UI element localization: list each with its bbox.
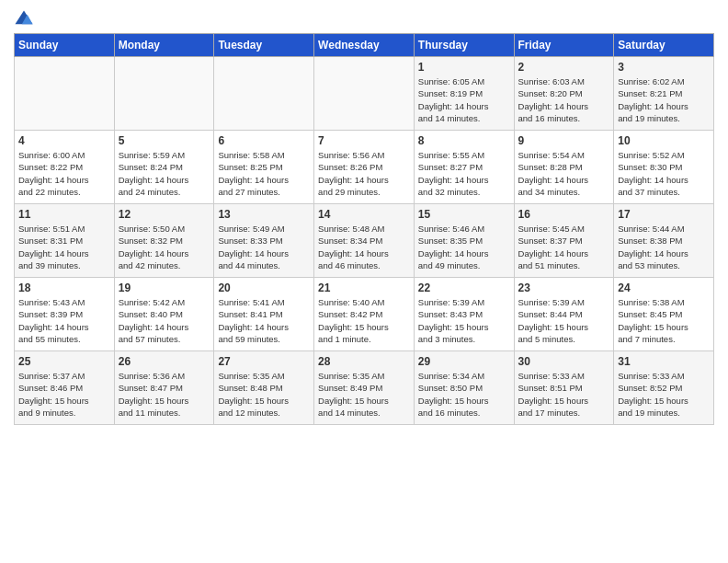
- day-number: 12: [119, 208, 210, 221]
- page-container: SundayMondayTuesdayWednesdayThursdayFrid…: [0, 0, 728, 432]
- calendar-cell: 13Sunrise: 5:49 AM Sunset: 8:33 PM Dayli…: [214, 204, 314, 278]
- calendar-cell: 16Sunrise: 5:45 AM Sunset: 8:37 PM Dayli…: [514, 204, 614, 278]
- day-info: Sunrise: 5:50 AM Sunset: 8:32 PM Dayligh…: [119, 223, 210, 271]
- calendar-cell: 5Sunrise: 5:59 AM Sunset: 8:24 PM Daylig…: [114, 131, 214, 204]
- calendar-cell: 10Sunrise: 5:52 AM Sunset: 8:30 PM Dayli…: [614, 131, 714, 204]
- day-info: Sunrise: 5:34 AM Sunset: 8:50 PM Dayligh…: [418, 370, 510, 419]
- day-info: Sunrise: 5:37 AM Sunset: 8:46 PM Dayligh…: [18, 370, 110, 419]
- day-number: 28: [318, 355, 410, 368]
- day-number: 15: [418, 208, 510, 221]
- calendar-cell: 19Sunrise: 5:42 AM Sunset: 8:40 PM Dayli…: [114, 278, 214, 351]
- day-number: 24: [618, 282, 710, 294]
- calendar-week-row: 4Sunrise: 6:00 AM Sunset: 8:22 PM Daylig…: [15, 131, 714, 204]
- calendar-cell: 18Sunrise: 5:43 AM Sunset: 8:39 PM Dayli…: [15, 278, 115, 351]
- calendar-cell: [114, 57, 214, 131]
- weekday-header-row: SundayMondayTuesdayWednesdayThursdayFrid…: [15, 34, 714, 57]
- day-info: Sunrise: 5:51 AM Sunset: 8:31 PM Dayligh…: [18, 223, 110, 271]
- day-number: 9: [518, 134, 610, 147]
- day-info: Sunrise: 5:58 AM Sunset: 8:25 PM Dayligh…: [218, 149, 310, 198]
- calendar-cell: 17Sunrise: 5:44 AM Sunset: 8:38 PM Dayli…: [614, 204, 714, 278]
- day-info: Sunrise: 5:35 AM Sunset: 8:48 PM Dayligh…: [218, 370, 310, 419]
- day-number: 31: [618, 355, 710, 368]
- day-number: 26: [119, 355, 210, 368]
- calendar-table: SundayMondayTuesdayWednesdayThursdayFrid…: [14, 33, 714, 425]
- day-info: Sunrise: 5:44 AM Sunset: 8:38 PM Dayligh…: [618, 223, 710, 271]
- day-number: 8: [418, 134, 510, 147]
- day-number: 22: [418, 282, 510, 294]
- day-number: 21: [318, 282, 410, 294]
- weekday-header-monday: Monday: [114, 34, 214, 57]
- calendar-cell: 15Sunrise: 5:46 AM Sunset: 8:35 PM Dayli…: [414, 204, 514, 278]
- calendar-cell: 11Sunrise: 5:51 AM Sunset: 8:31 PM Dayli…: [15, 204, 115, 278]
- weekday-header-wednesday: Wednesday: [314, 34, 415, 57]
- day-info: Sunrise: 6:03 AM Sunset: 8:20 PM Dayligh…: [518, 75, 610, 124]
- calendar-week-row: 1Sunrise: 6:05 AM Sunset: 8:19 PM Daylig…: [15, 57, 714, 131]
- day-number: 11: [18, 208, 110, 221]
- calendar-cell: [214, 57, 314, 131]
- day-number: 7: [318, 134, 410, 147]
- day-number: 17: [618, 208, 710, 221]
- day-number: 14: [318, 208, 410, 221]
- calendar-cell: 9Sunrise: 5:54 AM Sunset: 8:28 PM Daylig…: [514, 131, 614, 204]
- day-info: Sunrise: 5:40 AM Sunset: 8:42 PM Dayligh…: [318, 296, 410, 345]
- day-number: 2: [518, 61, 610, 74]
- day-info: Sunrise: 6:05 AM Sunset: 8:19 PM Dayligh…: [418, 75, 510, 124]
- day-number: 3: [618, 61, 710, 74]
- calendar-cell: 23Sunrise: 5:39 AM Sunset: 8:44 PM Dayli…: [514, 278, 614, 351]
- day-info: Sunrise: 5:54 AM Sunset: 8:28 PM Dayligh…: [518, 149, 610, 198]
- calendar-cell: [15, 57, 115, 131]
- calendar-cell: 22Sunrise: 5:39 AM Sunset: 8:43 PM Dayli…: [414, 278, 514, 351]
- calendar-cell: 20Sunrise: 5:41 AM Sunset: 8:41 PM Dayli…: [214, 278, 314, 351]
- header: [14, 9, 714, 29]
- day-info: Sunrise: 5:56 AM Sunset: 8:26 PM Dayligh…: [318, 149, 410, 198]
- day-info: Sunrise: 5:46 AM Sunset: 8:35 PM Dayligh…: [418, 223, 510, 271]
- day-number: 16: [518, 208, 610, 221]
- day-number: 1: [418, 61, 510, 74]
- calendar-cell: 30Sunrise: 5:33 AM Sunset: 8:51 PM Dayli…: [514, 351, 614, 425]
- calendar-cell: 26Sunrise: 5:36 AM Sunset: 8:47 PM Dayli…: [114, 351, 214, 425]
- weekday-header-thursday: Thursday: [414, 34, 514, 57]
- calendar-cell: 28Sunrise: 5:35 AM Sunset: 8:49 PM Dayli…: [314, 351, 415, 425]
- calendar-cell: 7Sunrise: 5:56 AM Sunset: 8:26 PM Daylig…: [314, 131, 415, 204]
- day-info: Sunrise: 5:36 AM Sunset: 8:47 PM Dayligh…: [119, 370, 210, 419]
- weekday-header-tuesday: Tuesday: [214, 34, 314, 57]
- day-number: 27: [218, 355, 310, 368]
- calendar-cell: 27Sunrise: 5:35 AM Sunset: 8:48 PM Dayli…: [214, 351, 314, 425]
- day-info: Sunrise: 6:00 AM Sunset: 8:22 PM Dayligh…: [18, 149, 110, 198]
- day-info: Sunrise: 5:41 AM Sunset: 8:41 PM Dayligh…: [218, 296, 310, 345]
- day-number: 18: [18, 282, 110, 294]
- day-info: Sunrise: 5:38 AM Sunset: 8:45 PM Dayligh…: [618, 296, 710, 345]
- weekday-header-saturday: Saturday: [614, 34, 714, 57]
- calendar-cell: 25Sunrise: 5:37 AM Sunset: 8:46 PM Dayli…: [15, 351, 115, 425]
- day-info: Sunrise: 5:33 AM Sunset: 8:52 PM Dayligh…: [618, 370, 710, 419]
- day-number: 19: [119, 282, 210, 294]
- day-number: 10: [618, 134, 710, 147]
- day-info: Sunrise: 5:42 AM Sunset: 8:40 PM Dayligh…: [119, 296, 210, 345]
- calendar-cell: 2Sunrise: 6:03 AM Sunset: 8:20 PM Daylig…: [514, 57, 614, 131]
- day-number: 23: [518, 282, 610, 294]
- day-info: Sunrise: 5:39 AM Sunset: 8:43 PM Dayligh…: [418, 296, 510, 345]
- calendar-week-row: 11Sunrise: 5:51 AM Sunset: 8:31 PM Dayli…: [15, 204, 714, 278]
- day-info: Sunrise: 5:45 AM Sunset: 8:37 PM Dayligh…: [518, 223, 610, 271]
- day-number: 13: [218, 208, 310, 221]
- calendar-cell: 1Sunrise: 6:05 AM Sunset: 8:19 PM Daylig…: [414, 57, 514, 131]
- day-info: Sunrise: 5:39 AM Sunset: 8:44 PM Dayligh…: [518, 296, 610, 345]
- day-info: Sunrise: 5:55 AM Sunset: 8:27 PM Dayligh…: [418, 149, 510, 198]
- calendar-cell: 3Sunrise: 6:02 AM Sunset: 8:21 PM Daylig…: [614, 57, 714, 131]
- calendar-cell: 29Sunrise: 5:34 AM Sunset: 8:50 PM Dayli…: [414, 351, 514, 425]
- day-info: Sunrise: 5:43 AM Sunset: 8:39 PM Dayligh…: [18, 296, 110, 345]
- weekday-header-friday: Friday: [514, 34, 614, 57]
- calendar-cell: 31Sunrise: 5:33 AM Sunset: 8:52 PM Dayli…: [614, 351, 714, 425]
- day-info: Sunrise: 5:35 AM Sunset: 8:49 PM Dayligh…: [318, 370, 410, 419]
- day-number: 4: [18, 134, 110, 147]
- calendar-cell: 12Sunrise: 5:50 AM Sunset: 8:32 PM Dayli…: [114, 204, 214, 278]
- day-info: Sunrise: 5:59 AM Sunset: 8:24 PM Dayligh…: [119, 149, 210, 198]
- day-number: 6: [218, 134, 310, 147]
- calendar-cell: 21Sunrise: 5:40 AM Sunset: 8:42 PM Dayli…: [314, 278, 415, 351]
- calendar-cell: 24Sunrise: 5:38 AM Sunset: 8:45 PM Dayli…: [614, 278, 714, 351]
- calendar-cell: [314, 57, 415, 131]
- day-number: 29: [418, 355, 510, 368]
- logo: [14, 9, 36, 29]
- day-info: Sunrise: 5:49 AM Sunset: 8:33 PM Dayligh…: [218, 223, 310, 271]
- calendar-cell: 8Sunrise: 5:55 AM Sunset: 8:27 PM Daylig…: [414, 131, 514, 204]
